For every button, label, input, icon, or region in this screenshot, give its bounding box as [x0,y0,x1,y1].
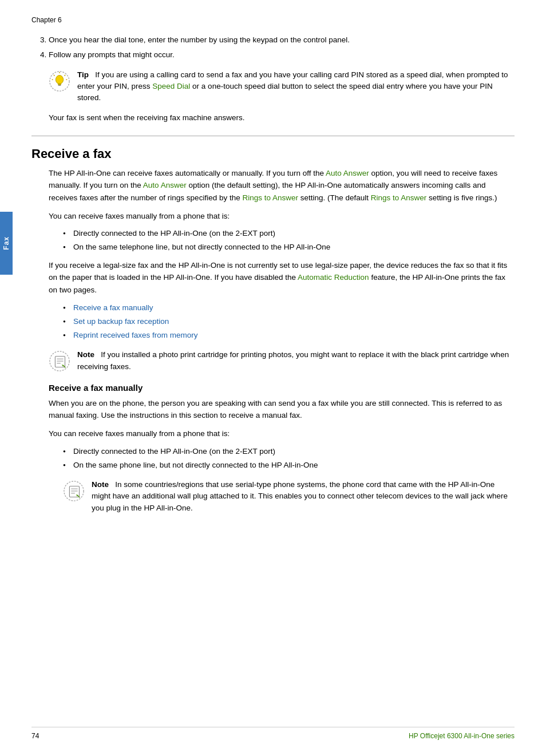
rings-to-answer-2: Rings to Answer [371,193,427,202]
note2-content: Note In some countries/regions that use … [92,479,515,514]
sub1-bullet-1: Directly connected to the HP All-in-One … [63,446,515,457]
speed-dial-link[interactable]: Speed Dial [152,82,190,90]
note2-text: In some countries/regions that use seria… [92,480,508,512]
sent-notice: Your fax is sent when the receiving fax … [49,112,515,124]
receive-fax-heading: Receive a fax [31,147,515,161]
tip-box: Tip If you are using a calling card to s… [49,69,515,104]
footer: 74 HP Officejet 6300 All-in-One series [31,727,515,740]
page: Fax Chapter 6 Once you hear the dial ton… [0,0,546,756]
link-reprint-faxes[interactable]: Reprint received faxes from memory [63,330,515,341]
svg-line-6 [54,75,54,76]
auto-answer-2: Auto Answer [143,181,187,189]
sub1-text1: When you are on the phone, the person yo… [49,397,515,422]
svg-rect-3 [58,85,61,85]
receive-fax-intro: The HP All-in-One can receive faxes auto… [49,167,515,204]
automatic-reduction: Automatic Reduction [298,273,369,282]
main-content: Once you hear the dial tone, enter the n… [31,34,515,722]
manually-intro: You can receive faxes manually from a ph… [49,210,515,223]
tip-content: Tip If you are using a calling card to s… [77,69,515,104]
legal-size-text: If you receive a legal-size fax and the … [49,259,515,296]
auto-answer-1: Auto Answer [326,169,369,177]
note1-box: Note If you installed a photo print cart… [49,349,515,373]
phone-bullet-list: Directly connected to the HP All-in-One … [63,228,515,254]
tip-icon [49,70,70,92]
chapter-header: Chapter 6 [31,16,62,24]
chapter-label: Chapter 6 [31,16,62,24]
step-4: Follow any prompts that might occur. [49,49,515,61]
note2-label: Note [92,480,109,489]
links-list: Receive a fax manually Set up backup fax… [63,302,515,342]
subsection1-heading: Receive a fax manually [49,383,515,393]
link-receive-manually[interactable]: Receive a fax manually [63,302,515,314]
note1-icon [49,350,70,372]
bullet-2: On the same telephone line, but not dire… [63,242,515,253]
note2-icon [63,480,85,502]
bullet-1: Directly connected to the HP All-in-One … [63,228,515,239]
sub1-bullet-2: On the same phone line, but not directly… [63,460,515,471]
section-divider [31,136,515,136]
link-backup-reception[interactable]: Set up backup fax reception [63,316,515,327]
footer-page-number: 74 [31,732,39,740]
note1-content: Note If you installed a photo print cart… [77,349,515,373]
sub1-text2: You can receive faxes manually from a ph… [49,428,515,440]
tip-label: Tip [77,70,89,79]
side-tab: Fax [0,212,13,275]
svg-rect-2 [58,83,61,85]
sub1-bullet-list: Directly connected to the HP All-in-One … [63,446,515,472]
footer-product: HP Officejet 6300 All-in-One series [409,732,515,740]
steps-list: Once you hear the dial tone, enter the n… [49,34,515,61]
note1-label: Note [77,350,94,359]
side-tab-label: Fax [2,236,10,250]
rings-to-answer-1: Rings to Answer [242,193,298,202]
svg-point-1 [56,75,63,84]
svg-line-5 [65,75,65,76]
note1-text: If you installed a photo print cartridge… [77,350,509,370]
note2-box: Note In some countries/regions that use … [63,479,515,514]
step-3: Once you hear the dial tone, enter the n… [49,34,515,46]
